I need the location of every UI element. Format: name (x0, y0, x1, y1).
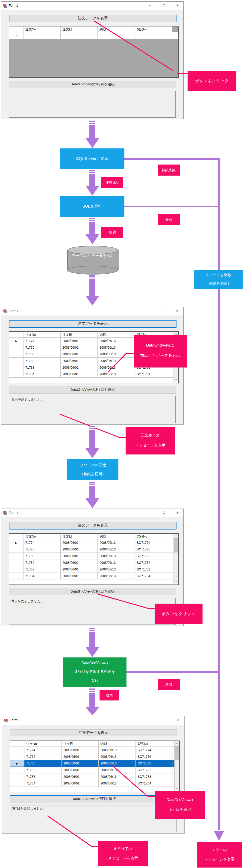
show-orders-button[interactable]: 注文データを表示 (9, 320, 177, 328)
message-textbox[interactable]: 表示が完了しました。 (9, 598, 175, 625)
scroll-up-icon: ∧ (175, 741, 179, 745)
annotation-error-message: エラーの メッセージを表示 (197, 842, 242, 868)
show-orders-button[interactable]: 注文データを表示 (10, 729, 177, 736)
close-button[interactable]: ✕ (174, 309, 181, 313)
minimize-button[interactable]: – (147, 510, 154, 514)
minimize-button[interactable]: – (148, 718, 155, 722)
cylinder-label: テーブルの データを抽出 (67, 252, 118, 259)
flow-box-release-mid: リソースを開放 （接続を切断） (67, 459, 118, 480)
current-row-icon: ▶ (15, 541, 17, 544)
window-title: Form1 (9, 4, 18, 7)
message-textbox[interactable] (9, 91, 175, 118)
flow-arrow-shaft (89, 121, 96, 138)
titlebar[interactable]: Form1 – □ ✕ (1, 2, 183, 10)
arrow-gap (89, 427, 96, 428)
flow-branch-line (127, 671, 218, 673)
arrow-gap (89, 484, 96, 485)
flow-arrowhead (85, 138, 99, 148)
message-textbox[interactable]: 表示が完了しました。 (9, 396, 175, 423)
label-connect-ok: 接続成功 (101, 177, 123, 188)
arrow-gap (89, 124, 96, 125)
scrollbar-thumb[interactable] (174, 538, 178, 553)
maximize-button[interactable]: □ (161, 3, 167, 7)
grid-row[interactable]: 717832008/06/01 2008/06/13SO71783 (10, 773, 179, 780)
arrow-gap (89, 629, 96, 630)
scrollbar-thumb[interactable] (175, 746, 179, 760)
flow-arrowhead (85, 296, 99, 306)
grid-row[interactable]: 717742008/06/01 2008/06/13SO71774 (10, 747, 179, 753)
arrow-gap (89, 277, 96, 278)
minimize-button[interactable]: – (147, 309, 154, 312)
grid-header-row: 注文No 注文日 納期 製品No (9, 27, 178, 32)
titlebar[interactable]: Form1 – □ ✕ (2, 716, 184, 725)
arrow-gap (89, 485, 96, 486)
flow-arrowhead (85, 234, 99, 244)
form-icon (4, 719, 8, 722)
arrow-gap (89, 173, 96, 174)
close-button[interactable]: ✕ (174, 3, 181, 8)
flow-arrowhead (85, 498, 99, 508)
label-select-ok: 成功 (100, 690, 119, 701)
grid-row[interactable]: 717762008/06/01 2008/06/13SO71776 (9, 546, 178, 553)
flow-arrow-shaft (89, 170, 96, 186)
grid-row[interactable]: 717842008/06/01 2008/06/13SO71784 (9, 573, 178, 580)
close-button[interactable]: ✕ (174, 510, 181, 515)
annotation-click-button-1: ボタンをクリック (188, 71, 236, 91)
grid-row-selected[interactable]: ▶ 717802008/06/01 2008/06/13SO71780 (10, 760, 179, 767)
maximize-button[interactable]: □ (161, 510, 167, 514)
grid-scrollbar[interactable]: ∧ ∨ (173, 534, 178, 584)
flow-arrow-shaft (89, 628, 96, 647)
grid-row[interactable]: 717762008/06/01 2008/06/13SO71776 (10, 753, 179, 760)
flow-arrowhead (85, 186, 99, 195)
arrow-gap (89, 219, 96, 220)
flow-arrowhead (214, 831, 224, 841)
maximize-button[interactable]: □ (162, 718, 168, 722)
titlebar[interactable]: Form1 – □ ✕ (1, 509, 183, 517)
arrow-gap (89, 122, 96, 123)
minimize-button[interactable]: – (147, 3, 154, 7)
select-row3-button[interactable]: DataGridViewの3行目を選択 (9, 81, 176, 88)
grid-header-row: 注文No 注文日 納期 製品No (9, 534, 178, 539)
datagridview: 注文No 注文日 納期 製品No ▶ 717742008/06/01 2008/… (9, 533, 179, 585)
maximize-button[interactable]: □ (161, 309, 167, 312)
grid-new-row[interactable]: * (9, 32, 178, 39)
message-textbox[interactable]: 3行目を選択しました。 (10, 805, 177, 832)
grid-scrollbar[interactable]: ∧ ∨ (174, 741, 179, 791)
grid-row[interactable]: 717832008/06/01 2008/06/13SO71783 (9, 566, 178, 573)
form-icon (3, 310, 7, 313)
flow-box-exec-sql: SQLを実行 (60, 196, 125, 217)
flow-branch-line (125, 206, 218, 207)
grid-row[interactable]: 717822008/06/01 2008/06/13SO71782 (9, 559, 178, 566)
flow-arrow-shaft (89, 688, 96, 707)
annotation-normal-end-2: 正常終了の メッセージを表示 (98, 841, 148, 866)
grid-row[interactable]: 717822008/06/01 2008/06/13SO71782 (10, 767, 179, 773)
current-row-icon: ▶ (15, 340, 17, 342)
arrow-gap (89, 429, 96, 430)
flow-box-release-right: リソースを開放 （接続を切断） (194, 270, 243, 289)
close-button[interactable]: ✕ (175, 718, 182, 722)
flow-arrow-shaft (89, 482, 96, 498)
annotation-line (147, 608, 155, 609)
annotation-line (147, 796, 155, 797)
grid-row[interactable]: 717802008/06/01 2008/06/13SO71780 (9, 553, 178, 559)
show-orders-button[interactable]: 注文データを表示 (9, 15, 177, 22)
annotation-normal-end-1: 正常終了の メッセージを表示 (126, 427, 175, 455)
window-title: Form1 (9, 309, 18, 313)
flow-error-line (218, 158, 220, 830)
grid-row[interactable]: 717842008/06/01 2008/06/13SO71784 (9, 371, 178, 378)
grid-row[interactable]: ▶ 717742008/06/01 2008/06/13SO71774 (9, 539, 178, 546)
arrow-gap (89, 690, 96, 691)
flow-branch-line (125, 158, 220, 160)
annotation-dgv-show-data: DataGridViewに 抽出したデータを表示 (134, 335, 187, 368)
titlebar[interactable]: Form1 – □ ✕ (1, 307, 183, 315)
diagram-canvas: Form1 – □ ✕ 注文データを表示 注文No 注文日 納期 製品No * … (0, 0, 244, 868)
show-orders-button[interactable]: 注文データを表示 (9, 522, 177, 529)
annotation-line (177, 73, 188, 74)
flow-box-connect-sqlserver: SQL Serverに接続 (60, 148, 125, 169)
arrow-gap (89, 631, 96, 632)
select-row3-button[interactable]: DataGridViewの3行目を選択 (9, 588, 176, 595)
flow-arrowhead (85, 707, 99, 715)
select-row3-button[interactable]: DataGridViewの3行目を選択 (9, 386, 176, 394)
grid-row[interactable]: 717842008/06/01 2008/06/13SO71784 (10, 780, 179, 787)
window-title: Form1 (9, 511, 18, 515)
